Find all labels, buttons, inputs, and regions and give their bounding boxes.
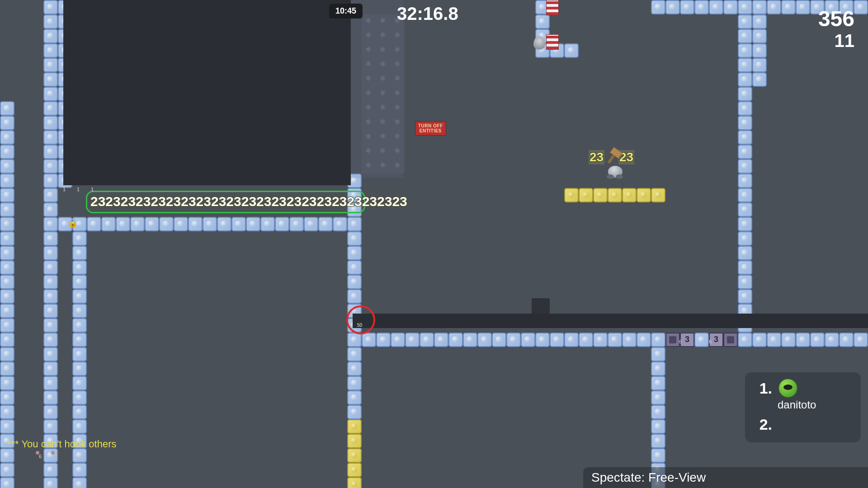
tiny-number-1-b: 1 <box>77 187 80 192</box>
ice-tile <box>738 333 752 347</box>
ice-tile <box>43 318 58 333</box>
ice-tile <box>43 14 58 29</box>
gold-tile <box>651 188 665 202</box>
ice-tile <box>43 463 58 477</box>
ice-tile <box>43 405 58 419</box>
ice-tile <box>362 333 376 347</box>
tiny-6-a: 6 <box>39 454 42 459</box>
ice-tile <box>260 217 275 231</box>
ice-tile <box>694 0 709 14</box>
ice-tile <box>738 14 752 29</box>
tiny-6-c: 6 <box>709 339 712 344</box>
ice-tile <box>43 43 58 58</box>
ice-tile <box>0 361 14 376</box>
turn-off-entities-sign: TURN OFF ENTITIES <box>415 121 446 136</box>
chat-message: *** You can't hook others <box>7 438 117 450</box>
mini-scoreboard: 1. danitoto 2. <box>745 372 861 442</box>
ice-tile <box>231 217 246 231</box>
ice-tile <box>43 275 58 289</box>
ice-tile <box>738 275 752 289</box>
ice-tile <box>492 333 506 347</box>
ice-tile <box>333 217 347 231</box>
ice-tile <box>43 376 58 390</box>
ice-tile <box>0 448 14 463</box>
ice-tile <box>72 289 87 304</box>
ice-tile <box>43 145 58 159</box>
ice-tile <box>738 116 752 130</box>
ice-tile <box>796 0 810 14</box>
ice-tile <box>810 333 825 347</box>
player-name-1: danitoto <box>778 399 853 411</box>
ice-tile <box>579 333 593 347</box>
shaded-zone <box>351 0 403 178</box>
sign-line1: TURN OFF <box>418 123 443 128</box>
ice-tile <box>72 333 87 347</box>
ice-tile <box>43 361 58 376</box>
ice-tile <box>43 289 58 304</box>
gold-tile <box>637 188 651 202</box>
ice-tile <box>738 0 752 14</box>
ice-tile <box>0 159 14 174</box>
ice-tile <box>651 361 665 376</box>
ice-tile <box>854 0 868 14</box>
ice-tile <box>72 231 87 246</box>
ice-tile <box>550 333 564 347</box>
ice-tile <box>839 333 854 347</box>
ice-tile <box>680 0 694 14</box>
spectate-bar[interactable]: Spectate: Free-View <box>583 467 868 488</box>
gold-tile <box>608 188 622 202</box>
door-tile <box>665 333 680 347</box>
ice-tile <box>477 333 492 347</box>
ice-tile <box>87 217 101 231</box>
ice-tile <box>101 217 116 231</box>
ice-tile <box>825 333 839 347</box>
ice-tile <box>347 390 362 405</box>
ice-tile <box>781 0 796 14</box>
gold-tile <box>347 463 362 477</box>
ice-tile <box>854 333 868 347</box>
ice-tile <box>391 333 405 347</box>
ice-tile <box>72 260 87 275</box>
ice-tile <box>651 390 665 405</box>
ice-tile <box>420 333 434 347</box>
ice-tile <box>0 145 14 159</box>
ice-tile <box>651 333 665 347</box>
ice-tile <box>0 419 14 434</box>
ice-tile <box>145 217 159 231</box>
gold-tile <box>622 188 637 202</box>
gold-tile <box>564 188 579 202</box>
ice-tile <box>752 43 767 58</box>
ice-tile <box>0 116 14 130</box>
tiny-number-1-c: 1 <box>91 187 94 192</box>
ice-tile <box>217 217 231 231</box>
ice-tile <box>738 246 752 260</box>
ice-tile <box>564 43 579 58</box>
ice-tile <box>0 405 14 419</box>
ice-tile <box>738 260 752 275</box>
ice-tile <box>752 0 767 14</box>
ice-tile <box>651 434 665 448</box>
ice-tile <box>637 333 651 347</box>
ice-tile <box>738 145 752 159</box>
ice-tile <box>72 318 87 333</box>
ice-tile <box>72 405 87 419</box>
ice-tile <box>43 159 58 174</box>
ice-tile <box>0 347 14 361</box>
striped-block <box>546 34 559 50</box>
ice-tile <box>347 405 362 419</box>
ice-tile <box>506 333 521 347</box>
ice-tile <box>738 202 752 217</box>
dark-zone <box>63 0 351 185</box>
ice-tile <box>347 275 362 289</box>
striped-block <box>546 0 559 15</box>
ice-tile <box>0 231 14 246</box>
ice-tile <box>347 246 362 260</box>
ice-tile <box>188 217 203 231</box>
ice-tile <box>43 246 58 260</box>
sign-line2: ENTITIES <box>420 128 442 133</box>
tiny-50-label: 50 <box>357 323 362 328</box>
tiny-6-b: 6 <box>679 339 682 344</box>
ice-tile <box>275 217 289 231</box>
ice-tile <box>463 333 477 347</box>
ice-tile <box>738 130 752 145</box>
